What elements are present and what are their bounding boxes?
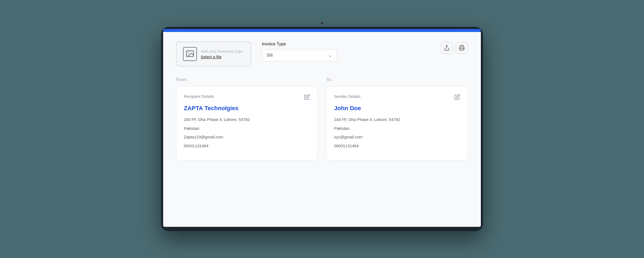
recipient-country: Pakistan	[184, 126, 310, 132]
print-icon	[459, 45, 465, 51]
recipient-card-title: Recipient Details	[184, 94, 214, 99]
share-icon	[444, 45, 450, 51]
from-label: From	[176, 77, 318, 83]
recipient-card: Recipient Details ZAPTA Technolgies 240 …	[176, 86, 318, 160]
recipient-card-header: Recipient Details	[184, 94, 310, 100]
logo-icon-box	[183, 47, 197, 61]
share-button[interactable]	[441, 42, 453, 54]
logo-add-text: Add your business logo	[201, 49, 243, 53]
from-to-section: From Recipient Details ZAPTA Techno	[176, 77, 468, 160]
to-label: To	[326, 77, 468, 83]
header-row: Add your business logo Select a file Inv…	[176, 42, 468, 66]
logo-text-area: Add your business logo Select a file	[201, 49, 243, 59]
device-screen: Add your business logo Select a file Inv…	[163, 31, 481, 227]
svg-point-1	[188, 52, 189, 53]
recipient-phone: 00031131464	[184, 143, 310, 149]
logo-upload-area[interactable]: Add your business logo Select a file	[176, 42, 251, 66]
recipient-address: 240 FF, Dha Phase 4, Lahore, 54792	[184, 117, 310, 123]
sender-card-title: Sender Details	[334, 94, 360, 99]
invoice-type-label: Invoice Type	[262, 42, 337, 46]
edit-icon	[454, 94, 460, 100]
recipient-company-name: ZAPTA Technolgies	[184, 105, 310, 112]
logo-select-link[interactable]: Select a file	[201, 55, 243, 59]
sender-phone: 00031131464	[334, 143, 460, 149]
device-frame: Add your business logo Select a file Inv…	[161, 27, 483, 231]
sender-card-header: Sender Details	[334, 94, 460, 100]
from-column: From Recipient Details ZAPTA Techno	[176, 77, 318, 160]
sender-edit-button[interactable]	[454, 94, 460, 100]
sender-country: Pakistan	[334, 126, 460, 132]
camera-dot	[321, 22, 323, 24]
svg-rect-3	[460, 48, 463, 50]
invoice-type-section: Invoice Type Bill ⌄	[262, 42, 337, 61]
svg-rect-0	[186, 51, 194, 56]
sender-card: Sender Details John Doe 240 FF, Dha Phas…	[326, 86, 468, 160]
recipient-email: Zapta123@gmail.com	[184, 134, 310, 140]
print-button[interactable]	[456, 42, 468, 54]
invoice-type-value: Bill	[267, 53, 273, 58]
to-column: To Sender Details John Doe	[326, 77, 468, 160]
sender-company-name: John Doe	[334, 105, 460, 112]
recipient-edit-button[interactable]	[304, 94, 310, 100]
edit-icon	[304, 94, 310, 100]
action-buttons	[441, 42, 468, 54]
sender-email: xyz@gmail.com	[334, 134, 460, 140]
invoice-type-select[interactable]: Bill ⌄	[262, 49, 337, 61]
chevron-down-icon: ⌄	[328, 53, 332, 58]
image-icon	[186, 50, 194, 58]
sender-address: 240 FF, Dha Phase 4, Lahore, 54792	[334, 117, 460, 123]
main-content: Add your business logo Select a file Inv…	[163, 32, 481, 227]
